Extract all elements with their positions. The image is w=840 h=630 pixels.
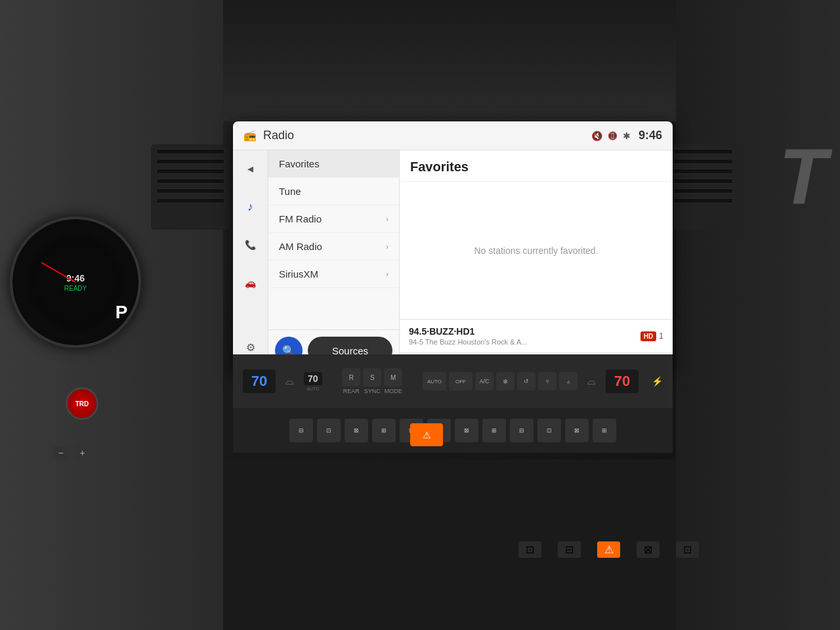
warning-icon-4: ⊠ [637, 541, 660, 558]
vent-slat [156, 149, 224, 154]
nav-phone[interactable]: 📞 [238, 232, 264, 258]
empty-message: No stations currently favorited. [474, 245, 598, 256]
warning-icon-2: ⊟ [558, 541, 581, 558]
nav-music[interactable]: ♪ [238, 194, 264, 220]
left-instrument-panel: 9:46 READY P TRD − + [0, 0, 223, 630]
ctrl-btn-9[interactable]: ⊟ [510, 419, 534, 442]
menu-favorites[interactable]: Favorites [268, 150, 399, 178]
status-icons: 🔇 📵 ✱ [591, 131, 631, 141]
signal-icon: 📵 [608, 131, 618, 140]
control-buttons-row: ⊟ ⊡ ⊠ ⊞ ⊟ ⊡ ⊠ ⊞ ⊟ ⊡ ⊠ ⊞ [233, 408, 673, 453]
ctrl-btn-8[interactable]: ⊞ [482, 419, 506, 442]
warning-icons-row: ⊡ ⊟ ⚠ ⊠ ⊡ [518, 541, 699, 558]
usb-icon: ⚡ [652, 376, 663, 387]
warning-icon-5: ⊡ [676, 541, 699, 558]
menu-panel: Favorites Tune FM Radio › AM Radio › Sir… [268, 150, 400, 371]
ctrl-btn-11[interactable]: ⊠ [565, 419, 589, 442]
menu-tune[interactable]: Tune [268, 178, 399, 205]
hd-badge: HD 1 [640, 331, 663, 341]
ctrl-btn-7[interactable]: ⊠ [455, 419, 478, 442]
vent-slat [665, 159, 733, 164]
mode-button[interactable]: M [384, 368, 402, 387]
hd-icon: HD [640, 331, 656, 341]
right-fan-icon: ⌓ [587, 375, 596, 387]
right-temp-display: 70 [606, 369, 639, 393]
station-description: 94-5 The Buzz Houston's Rock & A... [409, 338, 527, 346]
hd-number: 1 [659, 331, 663, 341]
vent-slat [156, 159, 224, 164]
infotainment-screen: 📻 Radio 🔇 📵 ✱ 9:46 ◂ ♪ 📞 🚗 ⚙ Favorites [233, 121, 673, 371]
warning-icon-3: ⚠ [597, 541, 620, 558]
header-right: 🔇 📵 ✱ 9:46 [591, 129, 662, 142]
menu-fm-radio[interactable]: FM Radio › [268, 205, 399, 233]
bluetooth-icon: ✱ [623, 131, 631, 141]
lower-dash: ⊡ ⊟ ⚠ ⊠ ⊡ [223, 459, 676, 630]
menu-am-radio[interactable]: AM Radio › [268, 233, 399, 261]
ctrl-btn-10[interactable]: ⊡ [537, 419, 561, 442]
fan-icon: ⌓ [285, 375, 294, 387]
station-name: 94.5·BUZZ·HD1 [409, 326, 527, 337]
header-title: Radio [263, 129, 294, 142]
nav-sidebar: ◂ ♪ 📞 🚗 ⚙ [233, 150, 268, 371]
content-header: Favorites [400, 150, 673, 182]
now-playing-info: 94.5·BUZZ·HD1 94-5 The Buzz Houston's Ro… [409, 326, 527, 346]
vent-slat [156, 198, 224, 203]
vent-slat [665, 178, 733, 184]
hazard-icon: ⚠ [423, 430, 431, 440]
content-title: Favorites [410, 159, 662, 175]
vent-slat [665, 149, 733, 154]
vent-slat [156, 169, 224, 174]
cluster-ready: READY [64, 285, 87, 292]
menu-siriusxm[interactable]: SiriusXM › [268, 261, 399, 288]
ctrl-btn-2[interactable]: ⊡ [317, 419, 341, 442]
ctrl-btn-12[interactable]: ⊞ [593, 419, 616, 442]
now-playing-bar[interactable]: 94.5·BUZZ·HD1 94-5 The Buzz Houston's Ro… [400, 319, 673, 352]
vent-slat [156, 178, 224, 184]
mute-icon: 🔇 [591, 131, 602, 141]
fan-down-button[interactable]: ▿ [538, 372, 556, 390]
ctrl-btn-3[interactable]: ⊠ [345, 419, 368, 442]
clock-display: 9:46 [639, 129, 662, 142]
minus-button[interactable]: − [52, 446, 69, 459]
fm-radio-arrow: › [386, 215, 388, 224]
recirculate-button[interactable]: ↺ [517, 372, 536, 390]
ctrl-btn-4[interactable]: ⊞ [372, 419, 396, 442]
content-panel: Favorites No stations currently favorite… [400, 150, 673, 371]
climate-bar: 70 ⌓ 70 AUTO R REAR S SYNC M MODE AUTO O… [233, 354, 673, 408]
auto-climate-button[interactable]: AUTO [423, 372, 446, 390]
tachometer-center: 9:46 READY [64, 273, 87, 292]
ac-button[interactable]: A/C [475, 372, 494, 390]
ac-buttons: AUTO OFF A/C ❄ ↺ ▿ ▵ [423, 372, 578, 390]
instrument-cluster: 9:46 READY [10, 217, 141, 348]
nav-vehicle[interactable]: 🚗 [238, 270, 264, 296]
hazard-button[interactable]: ⚠ [410, 423, 443, 446]
sync-button[interactable]: S [363, 368, 381, 387]
defrost-button[interactable]: ❄ [496, 372, 514, 390]
off-button[interactable]: OFF [449, 372, 472, 390]
toyota-t-logo: T [779, 131, 827, 222]
screen-header: 📻 Radio 🔇 📵 ✱ 9:46 [233, 121, 673, 150]
header-left: 📻 Radio [243, 129, 294, 142]
fan-up-button[interactable]: ▵ [559, 372, 578, 390]
nav-navigation[interactable]: ◂ [238, 156, 264, 182]
left-temp-display: 70 [243, 369, 276, 393]
warning-icon-1: ⊡ [518, 541, 541, 558]
plus-button[interactable]: + [74, 446, 91, 459]
rear-sync-area: 70 AUTO [304, 372, 322, 391]
left-vent-outer [151, 144, 230, 230]
screen-body: ◂ ♪ 📞 🚗 ⚙ Favorites Tune FM Radio › AM R… [233, 150, 673, 371]
content-body: No stations currently favorited. [400, 182, 673, 319]
vent-slat [156, 188, 224, 194]
rear-button[interactable]: R [342, 368, 360, 387]
vent-slat [665, 198, 733, 203]
auto-label: AUTO [304, 387, 322, 391]
trd-button[interactable]: TRD [66, 387, 98, 420]
right-panel: T [676, 0, 840, 630]
siriusxm-arrow: › [386, 270, 388, 279]
radio-header-icon: 📻 [243, 129, 257, 142]
am-radio-arrow: › [386, 242, 388, 251]
gear-indicator: P [102, 302, 141, 323]
gear-letter: P [102, 302, 141, 323]
vent-slat [665, 169, 733, 174]
ctrl-btn-1[interactable]: ⊟ [289, 419, 313, 442]
